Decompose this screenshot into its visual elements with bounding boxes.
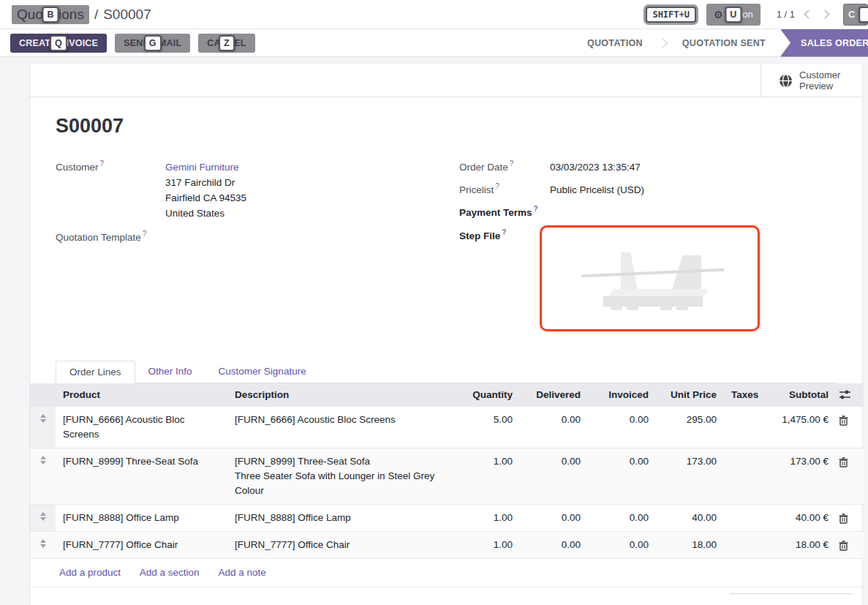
stage-quotation[interactable]: QUOTATION — [573, 29, 657, 57]
cell-quantity[interactable]: 1.00 — [454, 448, 520, 505]
col-quantity[interactable]: Quantity — [454, 383, 520, 407]
hint-badge-u: U — [725, 7, 741, 23]
col-unit-price[interactable]: Unit Price — [656, 383, 724, 407]
tab-order-lines[interactable]: Order Lines — [56, 361, 135, 383]
help-icon: ? — [143, 230, 147, 238]
trash-icon[interactable] — [839, 457, 848, 467]
field-quotation-template: Quotation Template? — [56, 230, 459, 243]
help-icon: ? — [502, 228, 506, 236]
add-a-note-link[interactable]: Add a note — [218, 567, 265, 578]
tab-other-info[interactable]: Other Info — [135, 361, 205, 383]
breadcrumb-record: S00007 — [103, 7, 151, 23]
cell-subtotal: 18.00 € — [764, 532, 836, 559]
trash-icon[interactable] — [839, 514, 848, 524]
cell-delivered[interactable]: 0.00 — [520, 505, 588, 532]
order-date-value[interactable]: 03/03/2023 13:35:47 — [550, 159, 641, 175]
field-payment-terms: Payment Terms? — [459, 205, 837, 218]
hint-badge-z: Z — [219, 35, 235, 51]
table-row[interactable]: [FURN_8999] Three-Seat Sofa [FURN_8999] … — [30, 448, 864, 505]
cell-description[interactable]: [FURN_8888] Office Lamp — [227, 505, 454, 532]
breadcrumb: Quotations B / S00007 — [12, 5, 151, 24]
cell-description[interactable]: [FURN_8999] Three-Seat Sofa Three Seater… — [227, 448, 454, 505]
cell-invoiced[interactable]: 0.00 — [588, 532, 656, 559]
field-order-date: Order Date? 03/03/2023 13:35:47 — [459, 159, 837, 175]
optional-columns-icon[interactable] — [839, 389, 851, 400]
table-row[interactable]: [FURN_8888] Office Lamp [FURN_8888] Offi… — [30, 505, 864, 532]
action-menu-button[interactable]: ⚙ Action U — [706, 4, 761, 26]
step-file-3d-object — [590, 248, 714, 314]
table-row[interactable]: [FURN_7777] Office Chair [FURN_7777] Off… — [30, 532, 864, 559]
customer-field-label: Customer? — [56, 159, 165, 221]
cell-product[interactable]: [FURN_8999] Three-Seat Sofa — [56, 448, 227, 505]
cancel-button[interactable]: CANCEL Z — [198, 34, 254, 53]
cell-delivered[interactable]: 0.00 — [520, 407, 588, 448]
cell-product[interactable]: [FURN_7777] Office Chair — [56, 532, 227, 559]
stage-sales-order[interactable]: SALES ORDER — [780, 29, 868, 57]
stage-quotation-sent[interactable]: QUOTATION SENT — [668, 29, 780, 57]
create-button-label: C — [848, 9, 855, 20]
cell-quantity[interactable]: 5.00 — [454, 407, 520, 448]
stage-separator-icon — [657, 37, 668, 48]
create-invoice-button[interactable]: CREATE INVOICE Q — [10, 34, 107, 53]
cell-unit-price[interactable]: 295.00 — [656, 407, 724, 448]
col-subtotal[interactable]: Subtotal — [764, 383, 836, 407]
cell-invoiced[interactable]: 0.00 — [588, 407, 656, 448]
cell-product[interactable]: [FURN_6666] Acoustic Bloc Screens — [56, 407, 227, 448]
table-row[interactable]: [FURN_6666] Acoustic Bloc Screens [FURN_… — [30, 407, 864, 448]
customer-link[interactable]: Gemini Furniture — [165, 162, 239, 173]
cell-delivered[interactable]: 0.00 — [520, 532, 588, 559]
tab-customer-signature[interactable]: Customer Signature — [205, 361, 320, 383]
cell-quantity[interactable]: 1.00 — [454, 505, 520, 532]
cell-unit-price[interactable]: 18.00 — [656, 532, 724, 559]
step-file-image[interactable] — [540, 225, 760, 331]
cell-taxes[interactable] — [724, 505, 764, 532]
customer-preview-label: Customer Preview — [799, 69, 845, 91]
pricelist-value[interactable]: Public Pricelist (USD) — [550, 182, 644, 198]
cell-unit-price[interactable]: 173.00 — [656, 448, 724, 505]
record-pager: 1 / 1 — [777, 9, 795, 20]
customer-address-line: Fairfield CA 94535 — [165, 190, 246, 206]
cell-description[interactable]: [FURN_7777] Office Chair — [227, 532, 454, 559]
globe-icon — [779, 74, 793, 88]
add-a-section-link[interactable]: Add a section — [140, 567, 200, 578]
col-delivered[interactable]: Delivered — [520, 383, 588, 407]
col-description[interactable]: Description — [227, 383, 454, 407]
add-a-product-link[interactable]: Add a product — [59, 567, 121, 578]
col-taxes[interactable]: Taxes — [724, 383, 764, 407]
trash-icon[interactable] — [839, 541, 848, 551]
cell-unit-price[interactable]: 40.00 — [656, 505, 724, 532]
help-icon: ? — [495, 182, 499, 190]
help-icon: ? — [100, 159, 105, 168]
pager-next-icon[interactable] — [820, 10, 830, 19]
drag-handle-icon[interactable] — [39, 512, 47, 521]
cell-delivered[interactable]: 0.00 — [520, 448, 588, 505]
drag-handle-icon[interactable] — [39, 414, 47, 423]
cell-product[interactable]: [FURN_8888] Office Lamp — [56, 505, 227, 532]
drag-handle-icon[interactable] — [39, 539, 47, 548]
total-summary: Total: 1,706.00 € — [730, 593, 853, 605]
hint-badge-partial — [858, 7, 868, 23]
col-invoiced[interactable]: Invoiced — [588, 383, 656, 407]
col-product[interactable]: Product — [56, 383, 227, 407]
cell-invoiced[interactable]: 0.00 — [588, 505, 656, 532]
drag-handle-icon[interactable] — [39, 456, 47, 465]
hint-badge-q: Q — [50, 35, 67, 51]
field-step-file: Step File? — [459, 225, 837, 331]
field-pricelist: Pricelist? Public Pricelist (USD) — [459, 182, 837, 198]
cell-invoiced[interactable]: 0.00 — [588, 448, 656, 505]
statusbar: QUOTATION QUOTATION SENT SALES ORDER — [573, 29, 868, 57]
cell-description[interactable]: [FURN_6666] Acoustic Bloc Screens — [227, 407, 454, 448]
pager-previous-icon[interactable] — [804, 10, 813, 19]
cell-taxes[interactable] — [724, 448, 764, 505]
cell-quantity[interactable]: 1.00 — [454, 532, 520, 559]
trash-icon[interactable] — [839, 416, 848, 426]
create-button-partial[interactable]: C — [843, 4, 868, 26]
cell-taxes[interactable] — [724, 407, 764, 448]
cell-taxes[interactable] — [724, 532, 764, 559]
customer-preview-button[interactable]: Customer Preview — [761, 64, 862, 97]
form-view: Customer Preview S00007 Customer? Gemini… — [0, 57, 868, 605]
send-email-button[interactable]: SEND EMAIL G — [115, 34, 190, 53]
breadcrumb-quotations-link[interactable]: Quotations B — [12, 5, 89, 24]
top-navbar: Quotations B / S00007 SHIFT+U ⚙ Action U… — [0, 0, 868, 29]
page-title: S00007 — [56, 115, 837, 138]
